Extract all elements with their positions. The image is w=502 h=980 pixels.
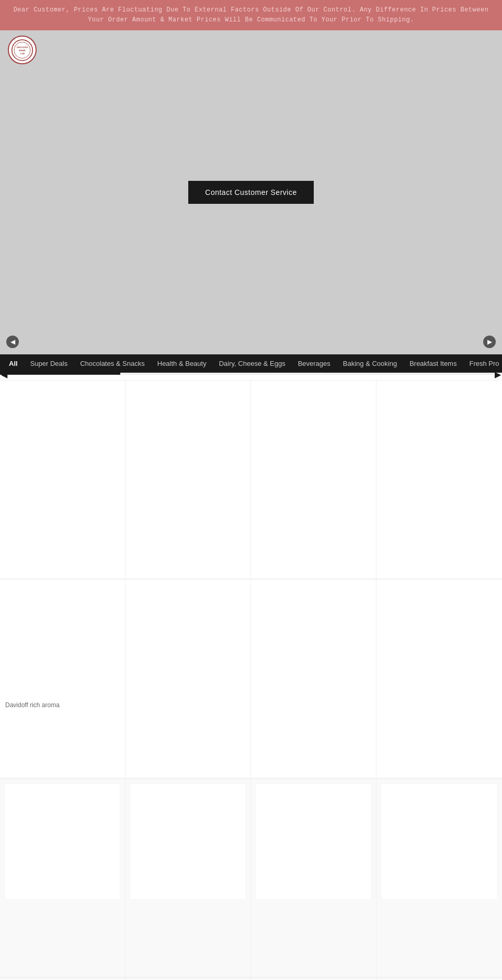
product-image-p6 (131, 585, 245, 700)
product-image-p5 (5, 585, 120, 700)
product-card-p10[interactable] (126, 779, 251, 977)
nav-scroll-indicator (0, 373, 120, 375)
contact-customer-service-button[interactable]: Contact Customer Service (188, 181, 313, 204)
product-grid-row3 (0, 778, 502, 977)
product-image-p9 (5, 784, 120, 899)
nav-scroll-right-arrow[interactable]: ▶ (495, 370, 501, 379)
product-card-p6[interactable] (126, 580, 251, 778)
slider-prev-arrow[interactable]: ◀ (6, 336, 19, 348)
product-card-p1[interactable] (0, 381, 126, 579)
product-card-p2[interactable] (126, 381, 251, 579)
left-arrow-icon: ◀ (10, 338, 15, 345)
product-card-p4[interactable] (376, 381, 502, 579)
nav-item-super-deals[interactable]: Super Deals (24, 354, 74, 373)
product-name-p5: Davidoff rich aroma (5, 701, 60, 709)
product-image-p3 (256, 386, 371, 501)
svg-text:ARAB: ARAB (19, 49, 25, 52)
right-arrow-icon: ▶ (487, 338, 492, 345)
nav-item-baking-cooking[interactable]: Baking & Cooking (337, 354, 403, 373)
site-logo[interactable]: GROCERS ARAB .COM (8, 36, 37, 64)
product-grid-row2: Davidoff rich aroma (0, 579, 502, 778)
nav-scroll-left-arrow[interactable]: ◀ (1, 370, 7, 379)
product-grid-row1 (0, 380, 502, 579)
product-card-p8[interactable] (376, 580, 502, 778)
product-card-p7[interactable] (251, 580, 376, 778)
product-image-p4 (382, 386, 497, 501)
nav-items-container: All Super Deals Chocolates & Snacks Heal… (3, 354, 499, 373)
product-card-p3[interactable] (251, 381, 376, 579)
nav-item-breakfast-items[interactable]: Breakfast Items (403, 354, 463, 373)
product-image-p10 (131, 784, 245, 899)
product-card-p9[interactable] (0, 779, 126, 977)
product-card-p5[interactable]: Davidoff rich aroma (0, 580, 126, 778)
nav-item-dairy-cheese-eggs[interactable]: Dairy, Cheese & Eggs (213, 354, 292, 373)
product-grid-row4 (0, 977, 502, 980)
product-card-p16[interactable] (376, 978, 502, 980)
nav-scroll-bar: ◀ ▶ (0, 373, 502, 375)
product-card-p13[interactable] (0, 978, 126, 980)
svg-text:.COM: .COM (20, 53, 25, 55)
product-image-p7 (256, 585, 371, 700)
logo-container: GROCERS ARAB .COM (8, 36, 37, 64)
announcement-text: Dear Customer, Prices Are Fluctuating Du… (14, 6, 489, 24)
product-image-p2 (131, 386, 245, 501)
product-card-p14[interactable] (126, 978, 251, 980)
category-nav-bar: All Super Deals Chocolates & Snacks Heal… (0, 354, 502, 373)
product-card-p11[interactable] (251, 779, 376, 977)
product-image-p11 (256, 784, 371, 899)
nav-item-fresh-produce[interactable]: Fresh Produce (463, 354, 499, 373)
hero-area: GROCERS ARAB .COM Contact Customer Servi… (0, 30, 502, 354)
nav-item-chocolates-snacks[interactable]: Chocolates & Snacks (74, 354, 151, 373)
product-image-p8 (382, 585, 497, 700)
product-image-p1 (5, 386, 120, 501)
product-card-p15[interactable] (251, 978, 376, 980)
product-image-p12 (382, 784, 497, 899)
products-section: Davidoff rich aroma (0, 375, 502, 980)
svg-text:GROCERS: GROCERS (17, 46, 28, 49)
announcement-banner: Dear Customer, Prices Are Fluctuating Du… (0, 0, 502, 30)
nav-item-health-beauty[interactable]: Health & Beauty (151, 354, 213, 373)
slider-next-arrow[interactable]: ▶ (483, 336, 496, 348)
product-card-p12[interactable] (376, 779, 502, 977)
nav-item-beverages[interactable]: Beverages (292, 354, 337, 373)
